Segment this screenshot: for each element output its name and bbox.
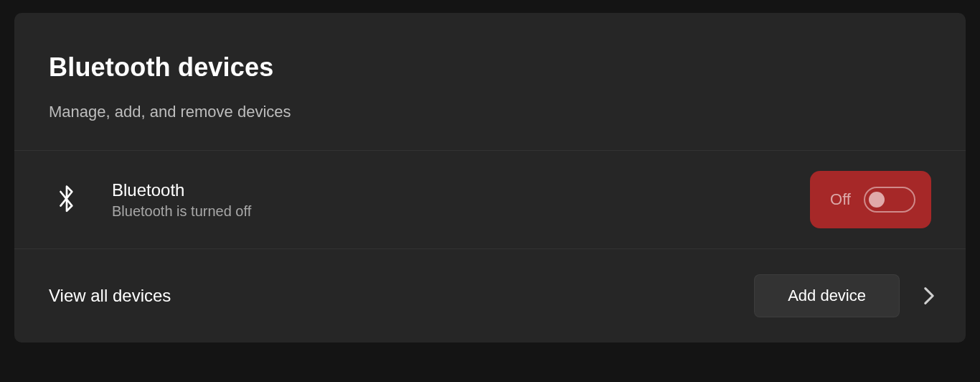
- bluetooth-toggle-row: Bluetooth Bluetooth is turned off Off: [14, 151, 966, 249]
- view-all-devices-row[interactable]: View all devices Add device: [14, 249, 966, 343]
- bluetooth-toggle-highlight: Off: [810, 171, 931, 228]
- bluetooth-devices-card: Bluetooth devices Manage, add, and remov…: [14, 13, 966, 343]
- bluetooth-icon: [56, 184, 89, 215]
- page-subtitle: Manage, add, and remove devices: [49, 103, 931, 121]
- toggle-knob: [869, 192, 885, 208]
- view-all-label: View all devices: [49, 286, 754, 306]
- card-header: Bluetooth devices Manage, add, and remov…: [14, 13, 966, 151]
- bluetooth-label: Bluetooth: [112, 180, 810, 200]
- bluetooth-toggle[interactable]: [864, 187, 915, 213]
- chevron-right-icon[interactable]: [918, 286, 940, 305]
- bluetooth-status: Bluetooth is turned off: [112, 203, 810, 220]
- bluetooth-text: Bluetooth Bluetooth is turned off: [112, 180, 810, 220]
- toggle-state-label: Off: [830, 190, 851, 209]
- page-title: Bluetooth devices: [49, 52, 931, 83]
- add-device-button[interactable]: Add device: [754, 274, 900, 317]
